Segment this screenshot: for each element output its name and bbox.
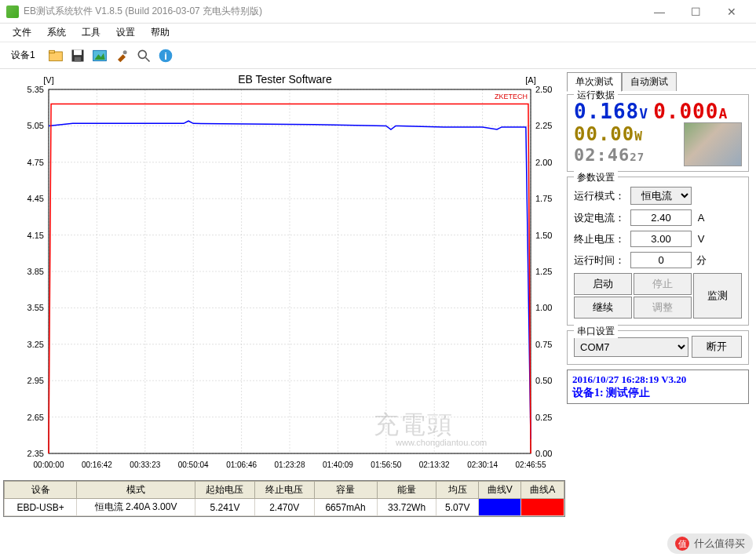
menu-settings[interactable]: 设置 [108,24,143,42]
stop-button[interactable]: 停止 [634,273,692,295]
svg-text:3.85: 3.85 [27,267,44,276]
search-icon[interactable] [133,46,154,66]
window-title: EB测试系统软件 V1.8.5 (Build 2016-03-07 充电头特别版… [24,5,641,18]
th-device: 设备 [5,482,77,499]
svg-text:1.50: 1.50 [535,231,552,240]
svg-text:i: i [164,50,167,62]
start-button[interactable]: 启动 [574,273,632,295]
svg-text:2.65: 2.65 [27,413,44,422]
svg-text:02:13:32: 02:13:32 [419,461,450,469]
svg-text:2.25: 2.25 [535,121,552,130]
com-port-select[interactable]: COM7 [574,337,688,357]
svg-text:5.35: 5.35 [27,85,44,94]
svg-text:4.15: 4.15 [27,231,44,240]
toolbar: 设备1 i [0,42,756,69]
tools-icon[interactable] [111,46,132,66]
disconnect-button[interactable]: 断开 [692,336,742,358]
table-row[interactable]: EBD-USB+ 恒电流 2.40A 3.00V 5.241V 2.470V 6… [5,499,564,516]
svg-point-8 [138,50,146,58]
svg-text:EB Tester Software: EB Tester Software [238,73,332,86]
th-curvev: 曲线V [479,482,521,499]
svg-text:2.00: 2.00 [535,158,552,167]
readouts-group: 运行数据 0.168V 0.000A 00.00W 02:4627 [567,94,749,172]
svg-text:4.75: 4.75 [27,158,44,167]
info-icon[interactable]: i [155,46,176,66]
result-table: 设备 模式 起始电压 终止电压 容量 能量 均压 曲线V 曲线A EBD-USB… [3,480,565,517]
svg-text:01:23:28: 01:23:28 [275,461,305,469]
svg-rect-1 [49,50,54,53]
close-button[interactable]: ✕ [714,0,750,24]
svg-text:3.55: 3.55 [27,303,44,312]
th-curvea: 曲线A [521,482,564,499]
open-icon[interactable] [46,46,66,66]
menu-file[interactable]: 文件 [5,24,39,42]
svg-text:1.75: 1.75 [535,194,552,203]
menu-tools[interactable]: 工具 [74,24,108,42]
svg-text:0.00: 0.00 [535,449,552,458]
save-icon[interactable] [68,46,88,66]
th-energy: 能量 [377,482,436,499]
app-icon [6,5,19,18]
svg-text:2.95: 2.95 [27,376,44,385]
svg-rect-4 [75,56,81,61]
menu-help[interactable]: 帮助 [143,24,177,42]
status-message: 设备1: 测试停止 [572,386,743,400]
minimize-button[interactable]: — [641,0,677,24]
svg-text:5.05: 5.05 [27,121,44,130]
svg-text:3.25: 3.25 [27,340,44,349]
adjust-button[interactable]: 调整 [634,297,692,319]
titlebar: EB测试系统软件 V1.8.5 (Build 2016-03-07 充电头特别版… [0,0,756,24]
runtime-input[interactable] [630,252,692,268]
svg-text:ZKETECH: ZKETECH [495,93,528,100]
chart: EB Tester Software[V][A]2.350.002.650.25… [3,72,565,477]
tab-auto[interactable]: 自动测试 [622,72,677,91]
svg-text:2.35: 2.35 [27,449,44,458]
th-avgv: 均压 [436,482,479,499]
status-timestamp: 2016/10/27 16:28:19 V3.20 [572,373,743,386]
svg-text:02:46:55: 02:46:55 [516,461,546,469]
svg-text:00:33:23: 00:33:23 [130,461,160,469]
cutoff-input[interactable] [630,231,692,247]
serial-group: 串口设置 COM7 断开 [567,330,749,365]
curve-a-color [521,499,564,516]
curve-v-color [479,499,521,516]
svg-text:1.25: 1.25 [535,267,552,276]
svg-line-9 [145,57,149,61]
svg-text:01:06:46: 01:06:46 [226,461,257,469]
th-mode: 模式 [77,482,195,499]
svg-text:[V]: [V] [43,75,53,85]
preview-image [684,122,742,166]
params-group: 参数设置 运行模式： 恒电流 设定电流： A 终止电压： V 运行时间： 分 [567,177,749,326]
svg-text:0.75: 0.75 [535,340,552,349]
watermark-url: www.chongdiantou.com [396,438,487,447]
svg-text:4.45: 4.45 [27,194,44,203]
svg-text:[A]: [A] [525,75,535,85]
maximize-button[interactable]: ☐ [677,0,714,24]
th-endv: 终止电压 [254,482,314,499]
svg-text:02:30:14: 02:30:14 [467,461,498,469]
svg-text:0.25: 0.25 [535,413,552,422]
svg-point-7 [122,50,126,54]
menubar: 文件 系统 工具 设置 帮助 [0,24,756,42]
svg-text:0.50: 0.50 [535,376,552,385]
svg-text:00:50:04: 00:50:04 [178,461,209,469]
svg-rect-3 [74,49,82,55]
monitor-button[interactable]: 监测 [693,273,742,319]
svg-text:2.50: 2.50 [535,85,552,94]
readout-voltage: 0.168V [574,100,648,123]
svg-text:01:40:09: 01:40:09 [323,461,353,469]
page-watermark: 值什么值得买 [667,533,753,554]
status-box: 2016/10/27 16:28:19 V3.20 设备1: 测试停止 [567,370,749,404]
current-input[interactable] [630,209,692,226]
menu-system[interactable]: 系统 [39,24,74,42]
svg-text:00:16:42: 00:16:42 [82,461,112,469]
svg-text:1.00: 1.00 [535,303,552,312]
mode-select[interactable]: 恒电流 [630,187,692,205]
image-icon[interactable] [89,46,110,66]
readout-current: 0.000A [653,100,728,123]
device-tab[interactable]: 设备1 [5,47,42,64]
th-startv: 起始电压 [195,482,255,499]
svg-text:01:56:50: 01:56:50 [371,461,401,469]
continue-button[interactable]: 继续 [574,297,632,319]
svg-text:00:00:00: 00:00:00 [34,461,64,469]
